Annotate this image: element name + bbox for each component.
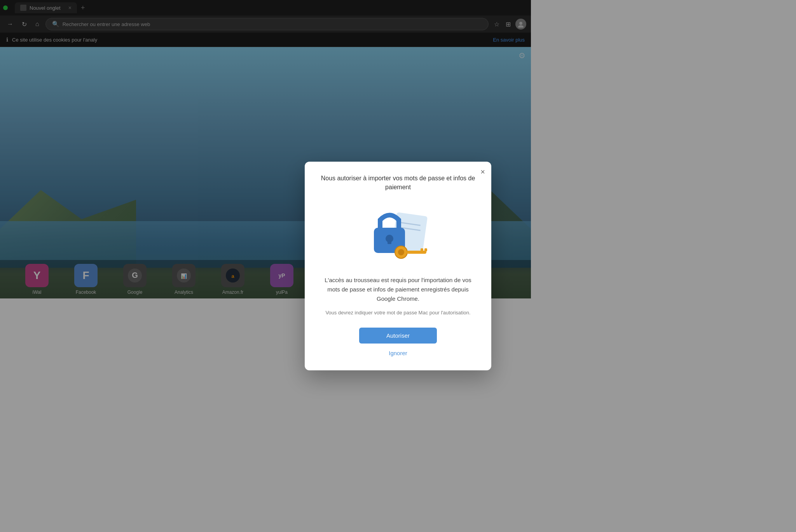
- modal-illustration: [363, 202, 433, 265]
- svg-point-16: [398, 249, 404, 255]
- svg-rect-17: [407, 251, 426, 254]
- modal-description: L'accès au trousseau est requis pour l'i…: [324, 276, 472, 298]
- modal-close-button[interactable]: ×: [480, 168, 485, 176]
- modal-overlay: × Nous autoriser à importer vos mots de …: [0, 0, 531, 298]
- modal-title: Nous autoriser à importer vos mots de pa…: [320, 174, 476, 192]
- import-passwords-modal: × Nous autoriser à importer vos mots de …: [305, 162, 491, 298]
- svg-rect-14: [388, 239, 391, 244]
- svg-rect-18: [421, 248, 423, 251]
- svg-rect-19: [424, 248, 427, 251]
